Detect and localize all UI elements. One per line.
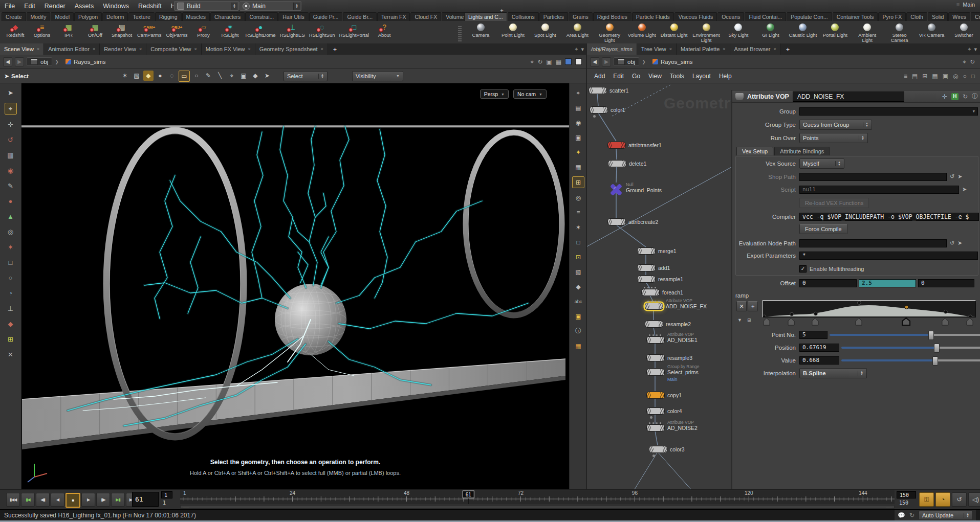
pane-tab-geometry-spreadsheet[interactable]: Geometry Spreadsheet× bbox=[255, 43, 328, 55]
select-tool-icon[interactable]: ⌖ bbox=[5, 103, 17, 115]
ramp-point[interactable] bbox=[790, 312, 794, 316]
node-color4[interactable]: color4 bbox=[646, 407, 665, 415]
laser-select-icon[interactable]: ╲ bbox=[215, 71, 225, 81]
shelf-tool-redshift[interactable]: ◆Redshift bbox=[2, 21, 29, 43]
ramp-marker[interactable] bbox=[942, 318, 948, 325]
shelf-tab-model[interactable]: Model bbox=[51, 12, 74, 21]
divide-tool-icon[interactable]: ⊥ bbox=[5, 303, 16, 314]
visibility-dropdown[interactable]: Visibility ▼ bbox=[352, 71, 403, 81]
select-prims-icon[interactable]: ▧ bbox=[132, 71, 142, 81]
shelf-tool-stereo-camera[interactable]: Stereo Camera bbox=[883, 21, 916, 43]
spreadsheet-icon[interactable]: ▦ bbox=[932, 73, 938, 80]
node-resample1[interactable]: resample1 bbox=[637, 276, 656, 283]
pane-tab-composite-view[interactable]: Composite View× bbox=[146, 43, 202, 55]
shelf-tool-portal-light[interactable]: Portal Light bbox=[819, 21, 851, 43]
shop-path-field[interactable] bbox=[799, 173, 947, 181]
param-tab-vex-setup[interactable]: Vex Setup bbox=[736, 147, 773, 155]
box-tool-icon[interactable]: □ bbox=[5, 257, 16, 268]
shelf-tab-guide-pr[interactable]: Guide Pr... bbox=[309, 12, 343, 21]
node-resample2[interactable]: resample2 bbox=[645, 321, 663, 328]
overview-icon[interactable]: □ bbox=[971, 73, 975, 80]
link-view-icon[interactable]: ↻ bbox=[537, 58, 542, 65]
node-add-noise-fx[interactable]: Attribute VOPADD_NOISE_FX bbox=[645, 303, 663, 310]
shelf-tab-particle-fluids[interactable]: Particle Fluids bbox=[632, 12, 674, 21]
pane-tab-animation-editor[interactable]: Animation Editor× bbox=[44, 43, 100, 55]
translate-tool-icon[interactable]: ✛ bbox=[5, 119, 16, 130]
select-visible-icon[interactable]: ▣ bbox=[238, 71, 249, 81]
camera-lock-icon[interactable]: ▣ bbox=[546, 58, 552, 65]
pane-pin-icon[interactable]: ⌖ bbox=[968, 46, 971, 53]
snap-tool-icon[interactable]: ◎ bbox=[5, 226, 16, 237]
shelf-tool-options[interactable]: ≡Options bbox=[29, 21, 55, 43]
shelf-tab-container-tools[interactable]: Container Tools bbox=[833, 12, 878, 21]
shelf-tab-populate-con[interactable]: Populate Con... bbox=[787, 12, 832, 21]
node-scatter1[interactable]: scatter1 bbox=[589, 87, 607, 94]
file-chooser-icon[interactable]: ➤ bbox=[962, 186, 967, 193]
close-tab-icon[interactable]: × bbox=[774, 47, 776, 52]
node-name-field[interactable]: ADD_NOISE_FX bbox=[793, 92, 904, 102]
display-swatch[interactable] bbox=[575, 58, 582, 65]
shelf-tab-solid[interactable]: Solid bbox=[928, 12, 948, 21]
shelf-tab-oceans[interactable]: Oceans bbox=[717, 12, 744, 21]
node-resample3[interactable]: resample3 bbox=[646, 354, 665, 361]
shelf-tool-camera[interactable]: Camera bbox=[465, 21, 497, 43]
shading-icon[interactable]: ▦ bbox=[573, 162, 584, 172]
pane-splitter[interactable] bbox=[586, 43, 587, 489]
lighting-icon[interactable]: ✦ bbox=[573, 147, 584, 157]
vex-source-dropdown[interactable]: Myself ▲▼ bbox=[799, 158, 844, 169]
breadcrumb-obj[interactable]: obj bbox=[27, 57, 52, 66]
highlight-icon[interactable]: ⊡ bbox=[573, 252, 584, 262]
list-view-icon[interactable]: ▤ bbox=[912, 73, 918, 80]
shelf-tab-modify[interactable]: Modify bbox=[27, 12, 51, 21]
net-menu-layout[interactable]: Layout bbox=[688, 73, 715, 80]
position-slider[interactable] bbox=[841, 344, 980, 352]
breadcrumb-node[interactable]: Rayos_sims bbox=[61, 58, 110, 66]
shelf-tab-particles[interactable]: Particles bbox=[539, 12, 568, 21]
netpane-tab-asset-browser[interactable]: Asset Browser× bbox=[730, 43, 781, 55]
shelf-tool-spot-light[interactable]: Spot Light bbox=[529, 21, 561, 43]
offset-z-field[interactable]: 0 bbox=[918, 279, 974, 287]
net-menu-edit[interactable]: Edit bbox=[609, 73, 628, 80]
slider-handle[interactable] bbox=[928, 331, 934, 340]
ramp-delete-point-button[interactable]: ✕ bbox=[736, 301, 747, 311]
range-start-field[interactable]: 1 bbox=[161, 491, 172, 498]
group-field[interactable]: ▼ bbox=[799, 107, 978, 116]
interpolation-dropdown[interactable]: B-Spline ▲▼ bbox=[799, 368, 867, 378]
edit-tool-icon[interactable]: ▲ bbox=[5, 211, 16, 222]
offset-x-field[interactable]: 0 bbox=[799, 279, 857, 287]
cook-refresh-icon[interactable]: ↻ bbox=[909, 512, 914, 519]
net-back-button[interactable]: ◀ bbox=[590, 57, 599, 66]
rotate-tool-icon[interactable]: ↺ bbox=[5, 134, 16, 145]
shelf-grip[interactable] bbox=[458, 26, 462, 41]
shelf-tool-caustic-light[interactable]: Caustic Light bbox=[787, 21, 819, 43]
shelf-tool-rslight[interactable]: ✶RSLight bbox=[217, 21, 244, 43]
ramp-point[interactable] bbox=[944, 310, 948, 313]
shelf-tool-rslightportal[interactable]: □RSLightPortal bbox=[337, 21, 371, 43]
export-params-field[interactable]: * bbox=[799, 252, 978, 260]
desktop-selector[interactable]: Build ▲▼ bbox=[174, 1, 239, 11]
point-no-field[interactable]: 5 bbox=[799, 331, 827, 339]
position-field[interactable]: 0.67619 bbox=[799, 344, 839, 352]
node-ad-noise1[interactable]: Attribute VOPAD_NOISE1 bbox=[646, 336, 665, 344]
shelf-tool-sky-light[interactable]: Sky Light bbox=[723, 21, 755, 43]
net-menu-view[interactable]: View bbox=[644, 73, 666, 80]
scale-tool-icon[interactable]: ▦ bbox=[5, 150, 16, 161]
pane-tab-scene-view[interactable]: Scene View× bbox=[0, 43, 44, 55]
shelf-tab-polygon[interactable]: Polygon bbox=[74, 12, 102, 21]
display-objects-icon[interactable]: ⊞ bbox=[572, 176, 584, 188]
shelf-tab-grains[interactable]: Grains bbox=[569, 12, 593, 21]
jump-start-button[interactable]: ▮◀◀ bbox=[6, 493, 20, 507]
realtime-toggle-button[interactable]: ◔ bbox=[935, 492, 950, 507]
node-copy1[interactable]: copy1 bbox=[646, 392, 665, 399]
info-icon[interactable]: ⓘ bbox=[573, 326, 584, 336]
ramp-point[interactable] bbox=[858, 301, 861, 305]
net-link-icon[interactable]: ↻ bbox=[970, 58, 975, 65]
ramp-marker[interactable] bbox=[856, 318, 862, 325]
layout-grid-icon[interactable]: ▦ bbox=[556, 58, 561, 65]
display-mode-icon[interactable]: ◎ bbox=[953, 73, 958, 80]
shelf-tool-ipr[interactable]: ▦IPR bbox=[55, 21, 82, 43]
menu-windows[interactable]: Windows bbox=[98, 3, 134, 10]
close-tab-icon[interactable]: × bbox=[194, 47, 197, 52]
node-ground-points[interactable]: NullGround_Points bbox=[609, 183, 623, 196]
range-end-field[interactable]: 150 bbox=[897, 491, 916, 498]
